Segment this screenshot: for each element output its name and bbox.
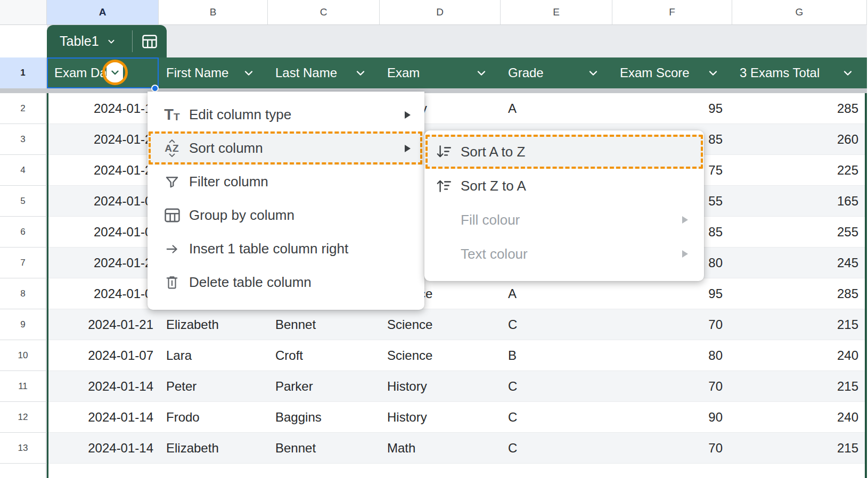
cell-last-name[interactable]: Baggins (275, 402, 322, 433)
header-cell-first-name[interactable]: First Name (166, 57, 228, 88)
cell-grade[interactable]: B (508, 340, 517, 371)
row-number-5[interactable]: 5 (0, 186, 47, 217)
cell-exam-score[interactable]: 70 (628, 433, 723, 464)
cell-first-name[interactable]: Peter (166, 371, 196, 402)
row-number-7[interactable]: 7 (0, 248, 47, 278)
row-number-11[interactable]: 11 (0, 371, 47, 402)
row-number-6[interactable]: 6 (0, 217, 47, 248)
header-chevron-icon[interactable] (707, 67, 719, 79)
header-chevron-icon[interactable] (841, 67, 854, 79)
cell-exam-date[interactable]: 2024-01-21 (51, 309, 153, 340)
cell-exam-score[interactable]: 95 (628, 93, 723, 124)
row-number-9[interactable]: 9 (0, 309, 47, 340)
cell-first-name[interactable]: Elizabeth (166, 309, 219, 340)
cell-exams-total[interactable]: 240 (746, 402, 858, 433)
row-number-13[interactable]: 13 (0, 433, 47, 464)
cell-grade[interactable]: C (508, 309, 517, 340)
cell-exam-date[interactable]: 2024-01-14 (51, 433, 153, 464)
cell-last-name[interactable]: Croft (275, 340, 303, 371)
table-badge-chevron-icon[interactable] (106, 36, 117, 47)
submenu-item-sort-z-to-a[interactable]: Sort Z to A (424, 169, 704, 203)
menu-item-sort-column[interactable]: AZ Sort column (148, 131, 424, 165)
row-number-14[interactable] (0, 464, 47, 478)
row-number-10[interactable]: 10 (0, 340, 47, 371)
submenu-item-sort-a-to-z[interactable]: Sort A to Z (424, 135, 704, 169)
header-cell-grade[interactable]: Grade (508, 57, 544, 88)
cell-exam-date[interactable]: 2024-01-14 (51, 402, 153, 433)
cell-exams-total[interactable]: 240 (746, 340, 858, 371)
table-badge-label[interactable]: Table1 (60, 34, 99, 49)
cell-exam-date[interactable]: 2024-01-0 (94, 217, 152, 248)
header-chevron-icon[interactable] (475, 67, 488, 79)
menu-item-edit-column-type[interactable]: TT Edit column type (148, 98, 424, 131)
table-grid-icon[interactable] (132, 34, 167, 49)
cell-exam[interactable]: Math (387, 433, 415, 464)
cell-exam-score[interactable]: 80 (628, 340, 723, 371)
cell-grade[interactable]: C (508, 402, 517, 433)
header-chevron-icon[interactable] (587, 67, 600, 79)
cell-grade[interactable]: A (508, 93, 517, 124)
cell-exams-total[interactable]: 215 (746, 371, 858, 402)
header-cell-3-exams-total[interactable]: 3 Exams Total (740, 57, 820, 88)
cell-first-name[interactable]: Elizabeth (166, 433, 219, 464)
corner-cell[interactable] (0, 0, 47, 25)
header-cell-exam[interactable]: Exam (387, 57, 420, 88)
column-letter-G[interactable]: G (732, 0, 867, 25)
cell-exams-total[interactable]: 225 (746, 155, 858, 186)
column-letter-B[interactable]: B (159, 0, 268, 25)
cell-exam-date[interactable]: 2024-01-2 (94, 124, 152, 155)
cell-exams-total[interactable]: 215 (746, 433, 858, 464)
cell-last-name[interactable]: Parker (275, 371, 313, 402)
cell-exams-total[interactable]: 285 (746, 278, 858, 309)
cell-exam-date[interactable]: 2024-01-0 (94, 186, 152, 217)
cell-exam[interactable]: Science (387, 309, 432, 340)
header-cell-exam-score[interactable]: Exam Score (620, 57, 690, 88)
column-letter-D[interactable]: D (380, 0, 501, 25)
row-number-2[interactable]: 2 (0, 93, 47, 124)
menu-item-group-by-column[interactable]: Group by column (148, 199, 424, 232)
row-number-4[interactable]: 4 (0, 155, 47, 186)
cell-first-name[interactable]: Lara (166, 340, 192, 371)
filter-icon (161, 174, 183, 190)
row-number-1[interactable]: 1 (0, 57, 47, 88)
cell-exam[interactable]: History (387, 371, 427, 402)
cell-last-name[interactable]: Bennet (275, 309, 316, 340)
cell-exam-date[interactable]: 2024-01-2 (94, 248, 152, 278)
menu-item-delete-table-column[interactable]: Delete table column (148, 266, 424, 299)
header-chevron-icon[interactable] (354, 67, 367, 79)
column-letter-E[interactable]: E (501, 0, 612, 25)
cell-exams-total[interactable]: 255 (746, 217, 858, 248)
cell-exam[interactable]: Science (387, 340, 432, 371)
cell-exam-score[interactable]: 70 (628, 309, 723, 340)
table-badge[interactable]: Table1 (47, 25, 167, 57)
menu-item-insert-column-right[interactable]: Insert 1 table column right (148, 232, 424, 266)
header-chevron-icon[interactable] (242, 67, 255, 79)
cell-exams-total[interactable]: 215 (746, 309, 858, 340)
cell-exam-date[interactable]: 2024-01-0 (94, 278, 152, 309)
cell-exam[interactable]: History (387, 402, 427, 433)
header-cell-last-name[interactable]: Last Name (275, 57, 337, 88)
column-letter-A[interactable]: A (47, 0, 159, 25)
cell-exams-total[interactable]: 165 (746, 186, 858, 217)
cell-exam-date[interactable]: 2024-01-07 (51, 340, 153, 371)
cell-exam-score[interactable]: 70 (628, 371, 723, 402)
column-letter-F[interactable]: F (612, 0, 732, 25)
row-number-3[interactable]: 3 (0, 124, 47, 155)
cell-exam-score[interactable]: 95 (628, 278, 723, 309)
cell-exams-total[interactable]: 260 (746, 124, 858, 155)
cell-exam-score[interactable]: 90 (628, 402, 723, 433)
fill-handle[interactable] (151, 85, 159, 92)
cell-grade[interactable]: C (508, 371, 517, 402)
row-number-8[interactable]: 8 (0, 278, 47, 309)
cell-exams-total[interactable]: 245 (746, 248, 858, 278)
cell-exam-date[interactable]: 2024-01-2 (94, 155, 152, 186)
row-number-12[interactable]: 12 (0, 402, 47, 433)
cell-grade[interactable]: C (508, 433, 517, 464)
cell-last-name[interactable]: Bennet (275, 433, 316, 464)
cell-exams-total[interactable]: 285 (746, 93, 858, 124)
cell-first-name[interactable]: Frodo (166, 402, 200, 433)
menu-item-filter-column[interactable]: Filter column (148, 165, 424, 199)
column-letter-C[interactable]: C (268, 0, 380, 25)
cell-exam-date[interactable]: 2024-01-14 (51, 371, 153, 402)
cell-grade[interactable]: A (508, 278, 517, 309)
